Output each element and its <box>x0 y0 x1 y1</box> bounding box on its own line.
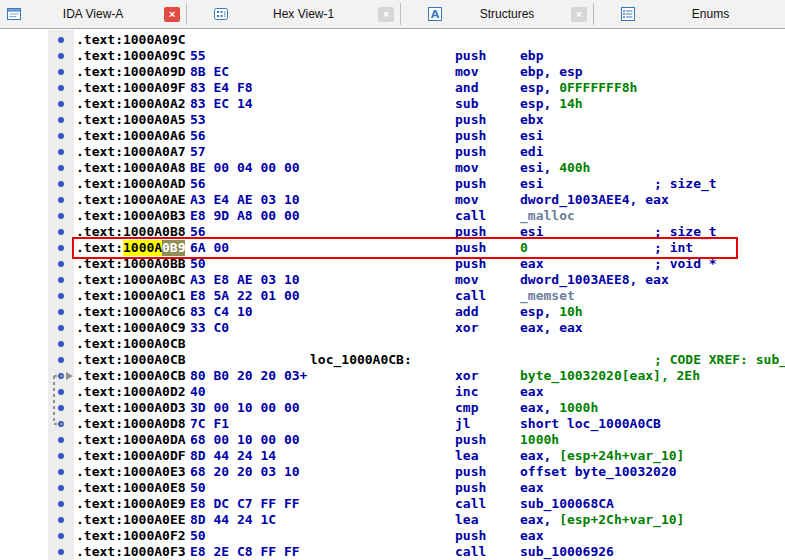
listing-row[interactable]: .text:1000A0C933 C0xoreax, eax <box>76 320 785 336</box>
operands: 1000h <box>520 432 559 448</box>
operand: eax, <box>520 400 559 415</box>
tab-hex-view-1[interactable]: Hex View-1 × <box>187 0 400 28</box>
ida-view-icon <box>6 6 22 22</box>
location-label: loc_1000A0CB: <box>310 352 412 368</box>
operands: eax <box>520 480 543 496</box>
listing-row[interactable]: .text:1000A0BB50pusheax; void * <box>76 256 785 272</box>
address: .text:1000A0A5 <box>76 112 186 128</box>
operands: 0 <box>520 240 528 256</box>
listing-row[interactable]: .text:1000A0D87C F1jlshort loc_1000A0CB <box>76 416 785 432</box>
tab-label-hex-view-1: Hex View-1 <box>235 7 372 21</box>
tab-label-ida-view-a: IDA View-A <box>28 7 158 21</box>
tab-structures[interactable]: A Structures × <box>401 0 593 28</box>
close-icon[interactable]: × <box>378 7 394 22</box>
listing-row[interactable]: .text:1000A0A757pushedi <box>76 144 785 160</box>
mnemonic: lea <box>455 448 478 464</box>
address: .text:1000A0CB <box>76 336 186 352</box>
operand-value: [esp+24h+var_10] <box>559 448 684 463</box>
address: .text:1000A09D <box>76 64 186 80</box>
tab-enums[interactable]: Enums <box>594 0 785 28</box>
listing-row[interactable]: .text:1000A0B96A 00push0; int <box>76 240 785 256</box>
listing-row[interactable]: .text:1000A0F250pusheax <box>76 528 785 544</box>
address: .text:1000A09F <box>76 80 186 96</box>
operand: sub_10006926 <box>520 544 614 559</box>
operand-value: 1000h <box>520 432 559 447</box>
listing-row[interactable]: .text:1000A0A283 EC 14subesp, 14h <box>76 96 785 112</box>
opcode-bytes: 83 E4 F8 <box>190 80 253 96</box>
close-icon[interactable]: × <box>571 7 587 22</box>
opcode-bytes: A3 E8 AE 03 10 <box>190 272 300 288</box>
comment: ; size_t <box>654 176 717 192</box>
opcode-bytes: E8 9D A8 00 00 <box>190 208 300 224</box>
listing-row[interactable]: .text:1000A0F3E8 2E C8 FF FFcallsub_1000… <box>76 544 785 560</box>
operands: esi <box>520 128 543 144</box>
operands: esp, 0FFFFFFF8h <box>520 80 637 96</box>
mnemonic: push <box>455 240 486 256</box>
opcode-bytes: 56 <box>190 176 206 192</box>
listing-row[interactable]: .text:1000A0D33D 00 10 00 00cmpeax, 1000… <box>76 400 785 416</box>
address: .text:1000A0B8 <box>76 224 186 240</box>
listing-row[interactable]: .text:1000A09C55pushebp <box>76 48 785 64</box>
address: .text:1000A0C6 <box>76 304 186 320</box>
listing-row[interactable]: .text:1000A0CB80 B0 20 20 03+xorbyte_100… <box>76 368 785 384</box>
mnemonic: inc <box>455 384 478 400</box>
mnemonic: push <box>455 432 486 448</box>
listing-row[interactable]: .text:1000A0DF8D 44 24 14leaeax, [esp+24… <box>76 448 785 464</box>
mnemonic: push <box>455 128 486 144</box>
operand: esp, <box>520 80 559 95</box>
listing-row[interactable]: .text:1000A0CBloc_1000A0CB:; CODE XREF: … <box>76 352 785 368</box>
listing-row[interactable]: .text:1000A0EE8D 44 24 1Cleaeax, [esp+2C… <box>76 512 785 528</box>
opcode-bytes: 8B EC <box>190 64 229 80</box>
address: .text:1000A0A6 <box>76 128 186 144</box>
operand: esp, <box>520 304 559 319</box>
opcode-bytes: 55 <box>190 48 206 64</box>
mnemonic: mov <box>455 160 478 176</box>
operand: dword_1003AEE4, eax <box>520 192 669 207</box>
operand: ebx <box>520 112 543 127</box>
opcode-bytes: 53 <box>190 112 206 128</box>
operands: ebp <box>520 48 543 64</box>
close-icon[interactable]: × <box>164 7 180 22</box>
listing-row[interactable]: .text:1000A0B3E8 9D A8 00 00call_malloc <box>76 208 785 224</box>
mnemonic: call <box>455 544 486 560</box>
tab-ida-view-a[interactable]: IDA View-A × <box>0 0 186 28</box>
address: .text:1000A0B3 <box>76 208 186 224</box>
listing-row[interactable]: .text:1000A0D240inceax <box>76 384 785 400</box>
listing-row[interactable]: .text:1000A09F83 E4 F8andesp, 0FFFFFFF8h <box>76 80 785 96</box>
address: .text:1000A0DF <box>76 448 186 464</box>
mnemonic: push <box>455 256 486 272</box>
listing-row[interactable]: .text:1000A0AEA3 E4 AE 03 10movdword_100… <box>76 192 785 208</box>
listing-row[interactable]: .text:1000A0E368 20 20 03 10pushoffset b… <box>76 464 785 480</box>
listing-row[interactable]: .text:1000A0CB <box>76 336 785 352</box>
mnemonic: mov <box>455 64 478 80</box>
operand-value: 400h <box>559 160 590 175</box>
comment: ; int <box>654 240 693 256</box>
opcode-bytes: 40 <box>190 384 206 400</box>
operands: _memset <box>520 288 575 304</box>
opcode-bytes: BE 00 04 00 00 <box>190 160 300 176</box>
listing-row[interactable]: .text:1000A0A8BE 00 04 00 00movesi, 400h <box>76 160 785 176</box>
operands: sub_10006926 <box>520 544 614 560</box>
address: .text:1000A0AE <box>76 192 186 208</box>
listing-row[interactable]: .text:1000A0B856pushesi; size_t <box>76 224 785 240</box>
listing-row[interactable]: .text:1000A0A553pushebx <box>76 112 785 128</box>
listing-row[interactable]: .text:1000A0E9E8 DC C7 FF FFcallsub_1000… <box>76 496 785 512</box>
listing-row[interactable]: .text:1000A0C1E8 5A 22 01 00call_memset <box>76 288 785 304</box>
listing-row[interactable]: .text:1000A0DA68 00 10 00 00push1000h <box>76 432 785 448</box>
mnemonic: push <box>455 112 486 128</box>
listing-row[interactable]: .text:1000A0E850pusheax <box>76 480 785 496</box>
listing-row[interactable]: .text:1000A0C683 C4 10addesp, 10h <box>76 304 785 320</box>
listing-row[interactable]: .text:1000A0AD56pushesi; size_t <box>76 176 785 192</box>
listing-row[interactable]: .text:1000A09C <box>76 32 785 48</box>
listing-row[interactable]: .text:1000A09D8B ECmovebp, esp <box>76 64 785 80</box>
address: .text:1000A0CB <box>76 352 186 368</box>
address: .text:1000A0A7 <box>76 144 186 160</box>
address: .text:1000A0D2 <box>76 384 186 400</box>
address: .text:1000A0CB <box>76 368 186 384</box>
listing-row[interactable]: .text:1000A0A656pushesi <box>76 128 785 144</box>
opcode-bytes: 83 EC 14 <box>190 96 253 112</box>
listing-row[interactable]: .text:1000A0BCA3 E8 AE 03 10movdword_100… <box>76 272 785 288</box>
opcode-bytes: E8 5A 22 01 00 <box>190 288 300 304</box>
opcode-bytes: 6A 00 <box>190 240 229 256</box>
operands: esi <box>520 176 543 192</box>
